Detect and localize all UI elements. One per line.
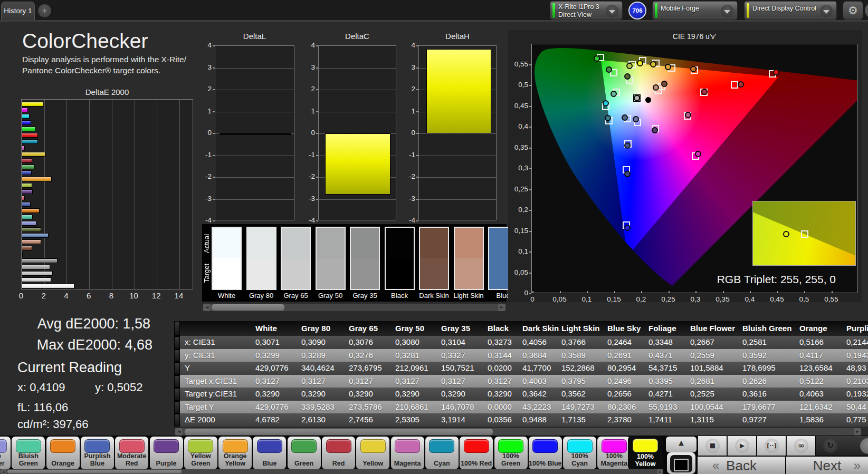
patch-button-100% Blue[interactable]: 100% Blue: [529, 437, 562, 469]
step-button[interactable]: [··]: [757, 436, 786, 456]
patch-button-Magenta[interactable]: Magenta: [391, 437, 424, 469]
patch-button-Yellow Green[interactable]: Yellow Green: [184, 437, 217, 469]
overflow-button[interactable]: [865, 3, 868, 18]
cie-ytick-mark: [529, 127, 531, 128]
gear-icon[interactable]: ⚙: [843, 1, 863, 20]
table-cell: 178,6995: [742, 362, 799, 375]
refresh-button[interactable]: ↻: [823, 439, 837, 453]
table-column-header-Purplish Blue: Purplish Blue: [846, 321, 868, 336]
patch-scrollbar[interactable]: ◄►: [0, 469, 663, 474]
ytick-mark: [316, 67, 318, 69]
loop-button[interactable]: ∞: [786, 436, 815, 456]
table-cell: 1,5836: [799, 413, 846, 427]
patch-button-100% Red[interactable]: 100% Red: [460, 437, 493, 469]
patch-button-100% Cyan[interactable]: 100% Cyan: [563, 437, 596, 469]
patch-button-Cyan[interactable]: Cyan: [425, 437, 459, 469]
table-cell: 2,3780: [607, 413, 648, 427]
scroll-left-icon[interactable]: ◄: [175, 428, 183, 436]
patch-button-Purple[interactable]: Purple: [150, 437, 183, 469]
chevron-down-icon[interactable]: [721, 5, 733, 17]
ytick-mark: [316, 133, 318, 134]
step-button-icon: [··]: [765, 439, 779, 453]
window-pattern-button[interactable]: [667, 452, 695, 474]
patch-button-Bluish Green[interactable]: Bluish Green: [12, 437, 45, 469]
measured-marker-Yellow: [650, 61, 656, 67]
patch-button-Orange[interactable]: Orange: [46, 437, 80, 469]
table-cell: 0,4371: [648, 349, 690, 362]
current-y-value: y: 0,5052: [95, 381, 143, 394]
patch-button-Green[interactable]: Green: [288, 437, 321, 469]
patch-swatch: [602, 439, 627, 453]
DeltaH-title: DeltaH: [418, 32, 497, 41]
scroll-right-icon[interactable]: ►: [657, 469, 663, 474]
table-cell: 0,3642: [522, 388, 561, 401]
expand-patch-list-button[interactable]: ▲: [666, 437, 697, 452]
ytick-label: -1: [302, 151, 315, 159]
scroll-right-icon[interactable]: ►: [498, 304, 505, 311]
swatch-target: [455, 258, 483, 289]
patch-label: Blue Flower: [0, 453, 11, 467]
deltae-bar-Foliage: [22, 227, 41, 232]
patch-label: Purple: [150, 460, 183, 468]
swatch-Gray 50: [316, 227, 346, 290]
patch-button-Orange Yellow[interactable]: Orange Yellow: [218, 437, 252, 469]
scroll-thumb[interactable]: [185, 429, 493, 435]
table-cell: 0,9488: [522, 413, 561, 427]
table-cell: 2,7456: [349, 413, 395, 427]
table-cell: 0,2496: [607, 375, 648, 388]
scroll-left-icon[interactable]: ◄: [0, 469, 6, 474]
deltae-bar-Red: [22, 158, 32, 163]
meter-count-badge[interactable]: 706: [628, 2, 646, 20]
patch-button-Moderate Red[interactable]: Moderate Red: [115, 437, 148, 469]
cie-ytick-mark: [529, 231, 531, 232]
row-handle: [175, 363, 179, 374]
back-button[interactable]: «Back: [698, 457, 785, 474]
scroll-thumb[interactable]: [7, 470, 182, 473]
table-cell: 0,3290: [441, 388, 488, 401]
partial-knob[interactable]: [860, 438, 868, 454]
scroll-thumb[interactable]: [212, 304, 284, 311]
patch-swatch: [16, 439, 41, 453]
ytick-label: -4: [199, 216, 212, 224]
play-button-icon: ▶: [735, 439, 749, 453]
patch-button-100% Green[interactable]: 100% Green: [494, 437, 528, 469]
display-control-dropdown[interactable]: Direct Display Control: [744, 1, 837, 20]
pattern-source-dropdown[interactable]: Mobile Forge: [652, 1, 738, 20]
table-cell: 0,3395: [648, 375, 690, 388]
patch-button-100% Magenta[interactable]: 100% Magenta: [597, 437, 631, 469]
patch-label: 100% Red: [460, 460, 493, 468]
row-handle: [175, 350, 179, 362]
ytick-label: 0: [199, 129, 212, 137]
tab-history-1[interactable]: History 1: [1, 2, 35, 21]
chevron-down-icon[interactable]: [820, 5, 833, 17]
meter-dropdown[interactable]: X-Rite i1Pro 3 Direct View: [550, 1, 623, 20]
add-tab-button[interactable]: +: [38, 4, 51, 17]
scroll-right-icon[interactable]: ►: [854, 428, 861, 436]
measured-marker-Blue Flower: [633, 116, 639, 122]
next-button[interactable]: Next»: [786, 457, 868, 474]
scroll-left-icon[interactable]: ◄: [203, 304, 211, 311]
swatch-scrollbar[interactable]: ◄►: [203, 304, 505, 311]
patch-swatch: [464, 439, 489, 453]
row-handle: [175, 322, 179, 335]
display-control-name: Direct Display Control: [752, 5, 816, 13]
patch-button-Blue[interactable]: Blue: [253, 437, 286, 469]
patch-button-100% Yellow[interactable]: 100% Yellow: [628, 436, 663, 470]
table-column-header-Foliage: Foliage: [648, 321, 690, 336]
ytick-mark: [316, 155, 318, 156]
patch-button-Yellow[interactable]: Yellow: [356, 437, 389, 469]
cie-ytick-mark: [529, 85, 531, 86]
table-cell: 0,2581: [742, 336, 799, 349]
patch-button-Blue Flower[interactable]: Blue Flower: [0, 437, 11, 469]
table-scrollbar[interactable]: ◄►: [175, 428, 861, 436]
deltae-bar-100% Magenta: [22, 108, 28, 112]
patch-button-Red[interactable]: Red: [322, 437, 355, 469]
table-cell: 0,3127: [301, 375, 349, 388]
play-button[interactable]: ▶: [727, 436, 756, 456]
cie-ytick-mark: [529, 273, 531, 274]
swatch-actual: [213, 228, 241, 258]
chevron-down-icon[interactable]: [606, 5, 618, 17]
deltae-bar-Orange: [22, 208, 40, 213]
patch-button-Purplish Blue[interactable]: Purplish Blue: [81, 437, 114, 469]
stop-button[interactable]: ■: [698, 436, 727, 456]
